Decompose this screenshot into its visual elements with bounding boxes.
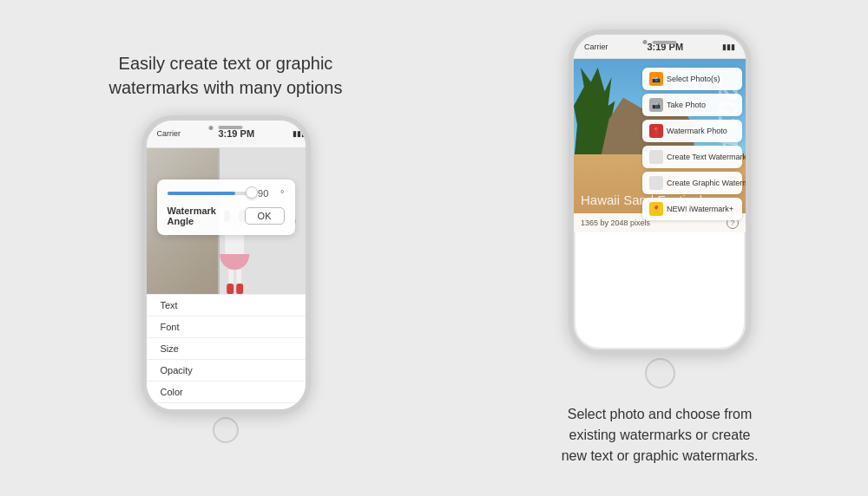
right-status-bar: Carrier 3:19 PM ▮▮▮ — [574, 35, 746, 59]
right-section: Carrier 3:19 PM ▮▮▮ 2014 Hawaii Sand Fes… — [547, 29, 773, 467]
right-phone: Carrier 3:19 PM ▮▮▮ 2014 Hawaii Sand Fes… — [569, 29, 751, 355]
time-label: 3:19 PM — [218, 128, 254, 139]
right-description: Select photo and choose from existing wa… — [547, 404, 773, 467]
list-item-size[interactable]: Size — [147, 338, 306, 360]
left-home-button[interactable] — [213, 417, 239, 443]
right-phone-wrapper: Carrier 3:19 PM ▮▮▮ 2014 Hawaii Sand Fes… — [569, 29, 751, 392]
carrier-label: Carrier — [157, 129, 181, 138]
menu-overlay: 📷 Select Photo(s) 📷 Take Photo 📍 Waterma… — [646, 59, 746, 232]
create-graphic-label: Create Graphic Watermark — [667, 179, 746, 187]
app-container: Easily create text or graphic watermarks… — [0, 0, 868, 496]
battery-icon: ▮▮▮ — [293, 129, 306, 138]
watermark-photo-label: Watermark Photo — [667, 127, 727, 135]
create-text-icon — [649, 150, 663, 164]
front-camera — [209, 126, 214, 130]
list-item-color[interactable]: Color — [147, 382, 306, 403]
left-section: Easily create text or graphic watermarks… — [95, 51, 356, 446]
watermark-photo-icon: 📍 — [649, 124, 663, 138]
left-phone: Carrier 3:19 PM ▮▮▮ iWatermark — [141, 115, 311, 414]
photo-area: iWatermark — [147, 148, 306, 294]
select-photos-button[interactable]: 📷 Select Photo(s) — [642, 68, 742, 90]
settings-list: Text Font Size Opacity Color Effect Angl… — [147, 294, 306, 414]
take-photo-icon: 📷 — [649, 98, 663, 112]
create-text-watermark-button[interactable]: Create Text Watermark — [642, 146, 742, 168]
new-iwatermark-label: NEW! iWatermark+ — [667, 205, 733, 213]
left-phone-wrapper: Carrier 3:19 PM ▮▮▮ iWatermark — [141, 115, 311, 446]
pixel-info-text: 1365 by 2048 pixels — [581, 219, 650, 227]
angle-ok-button[interactable]: OK — [245, 207, 285, 225]
angle-slider-fill — [168, 192, 236, 195]
right-front-camera — [643, 40, 648, 44]
create-graphic-icon — [649, 176, 663, 190]
take-photo-label: Take Photo — [667, 101, 706, 109]
new-iwatermark-plus-button[interactable]: 📍 NEW! iWatermark+ — [642, 198, 742, 220]
right-speaker — [653, 41, 677, 44]
angle-dialog: 90 ° Watermark Angle OK — [157, 179, 295, 235]
right-battery: ▮▮▮ — [722, 42, 735, 51]
angle-slider-row: 90 ° — [168, 188, 285, 199]
create-graphic-watermark-button[interactable]: Create Graphic Watermark — [642, 172, 742, 194]
right-home-button[interactable] — [645, 358, 675, 388]
list-item-text[interactable]: Text — [147, 294, 306, 317]
beach-photo: 2014 Hawaii Sand Festival 1365 by 2048 p… — [574, 59, 746, 232]
create-text-label: Create Text Watermark — [667, 153, 746, 161]
list-item-opacity[interactable]: Opacity — [147, 360, 306, 382]
angle-label: Watermark Angle — [168, 206, 245, 226]
angle-slider[interactable] — [168, 192, 253, 195]
list-item-font[interactable]: Font — [147, 317, 306, 338]
select-photos-icon: 📷 — [649, 72, 663, 86]
select-photos-label: Select Photo(s) — [667, 75, 720, 83]
angle-bottom-row: Watermark Angle OK — [168, 206, 285, 226]
status-bar: Carrier 3:19 PM ▮▮▮ — [147, 121, 311, 148]
angle-slider-thumb — [246, 186, 258, 199]
take-photo-button[interactable]: 📷 Take Photo — [642, 94, 742, 116]
watermark-photo-button[interactable]: 📍 Watermark Photo — [642, 120, 742, 142]
new-iwatermark-icon: 📍 — [649, 202, 663, 216]
angle-degree-symbol: ° — [280, 188, 284, 199]
angle-value: 90 — [258, 188, 275, 199]
left-heading: Easily create text or graphic watermarks… — [109, 51, 343, 100]
speaker — [219, 126, 243, 129]
right-carrier: Carrier — [584, 42, 608, 51]
list-item-effect[interactable]: Effect — [147, 403, 306, 414]
